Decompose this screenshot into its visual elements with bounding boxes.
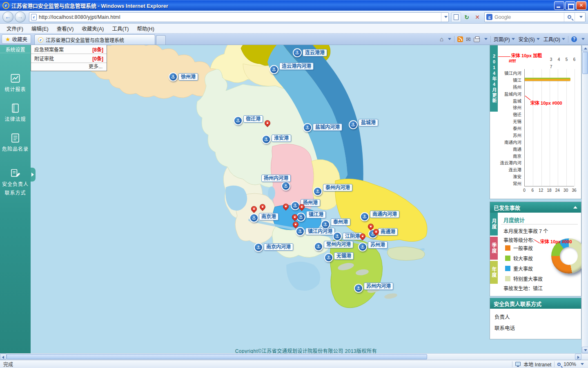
- vertical-scrollbar[interactable]: [581, 45, 588, 353]
- menu-item[interactable]: 工具(T): [108, 23, 133, 34]
- help-icon[interactable]: [571, 36, 577, 42]
- port-label[interactable]: 苏州港: [368, 241, 388, 249]
- port-label[interactable]: 扬州内河港: [261, 175, 291, 182]
- accident-pin-icon[interactable]: [293, 222, 299, 229]
- accident-tab-3[interactable]: 年度: [490, 261, 498, 284]
- port-anchor-icon[interactable]: [293, 48, 302, 57]
- port-anchor-icon[interactable]: [249, 213, 258, 222]
- scroll-right-button[interactable]: [575, 354, 581, 360]
- zoom-level[interactable]: 100%: [564, 361, 576, 367]
- sidebar-item[interactable]: 法律法规: [0, 101, 31, 124]
- mail-icon[interactable]: [466, 36, 471, 43]
- accident-tab-1[interactable]: 月度: [490, 213, 498, 236]
- port-anchor-icon[interactable]: [281, 182, 290, 191]
- refresh-button[interactable]: [462, 12, 472, 22]
- port-label[interactable]: 泰州内河港: [323, 184, 352, 191]
- port-anchor-icon[interactable]: [358, 242, 367, 251]
- zoom-dropdown-caret[interactable]: [581, 363, 584, 365]
- port-label[interactable]: 南通港: [378, 228, 398, 236]
- port-label[interactable]: 镇江内河港: [305, 228, 335, 235]
- port-anchor-icon[interactable]: [254, 243, 263, 252]
- toolbar-button[interactable]: 页面(P): [494, 36, 515, 43]
- accident-panel-header[interactable]: 已发生事故: [490, 202, 581, 213]
- accident-pin-icon[interactable]: [292, 214, 298, 222]
- port-anchor-icon[interactable]: [313, 187, 322, 196]
- port-label[interactable]: 南通内河港: [370, 211, 399, 218]
- zoom-icon[interactable]: [557, 363, 561, 366]
- toolbar-button[interactable]: 工具(O): [543, 36, 565, 43]
- port-anchor-icon[interactable]: [169, 72, 178, 81]
- forward-button[interactable]: [15, 11, 26, 22]
- accident-pin-icon[interactable]: [260, 204, 266, 212]
- port-label[interactable]: 镇江港: [306, 211, 326, 218]
- port-label[interactable]: 南京港: [259, 213, 278, 220]
- menu-item[interactable]: 文件(F): [2, 23, 27, 34]
- url-text[interactable]: http://localhost:8080/yjpt/Main.html: [39, 14, 441, 20]
- search-button[interactable]: [564, 13, 575, 22]
- url-dropdown-button[interactable]: [441, 13, 448, 22]
- accident-tab-2[interactable]: 季度: [490, 237, 498, 260]
- sidebar-item[interactable]: 危险品名录: [0, 131, 31, 154]
- menu-item[interactable]: 帮助(H): [133, 23, 158, 34]
- port-anchor-icon[interactable]: [333, 232, 342, 241]
- menu-item[interactable]: 编辑(E): [27, 23, 53, 34]
- menu-item[interactable]: 收藏夹(A): [78, 23, 108, 34]
- rss-icon[interactable]: [457, 36, 463, 42]
- port-label[interactable]: 盐城港: [359, 119, 378, 126]
- back-button[interactable]: [2, 11, 13, 22]
- print-icon[interactable]: [474, 38, 480, 42]
- port-label[interactable]: 徐州港: [178, 73, 198, 81]
- horizontal-scrollbar[interactable]: [0, 353, 588, 360]
- sidebar-item-safety-contact[interactable]: 安全负责人 联系方式: [0, 166, 31, 197]
- new-tab-button[interactable]: [156, 35, 166, 45]
- port-anchor-icon[interactable]: [314, 242, 323, 251]
- port-anchor-icon[interactable]: [303, 123, 312, 132]
- port-anchor-icon[interactable]: [349, 120, 358, 129]
- port-anchor-icon[interactable]: [360, 212, 369, 221]
- search-input[interactable]: Google: [494, 14, 564, 20]
- notice-row[interactable]: 应急预案备案[8条]: [31, 45, 107, 54]
- toolbar-button[interactable]: 安全(S): [519, 36, 540, 43]
- notice-more-link[interactable]: 更多...: [31, 63, 107, 71]
- compatibility-view-button[interactable]: [451, 12, 461, 22]
- accident-pin-icon[interactable]: [265, 120, 271, 128]
- horizontal-scroll-thumb[interactable]: [7, 354, 427, 359]
- accident-pin-icon[interactable]: [373, 229, 379, 237]
- notice-row[interactable]: 附证审批[0条]: [31, 54, 107, 63]
- accident-pin-icon[interactable]: [283, 204, 289, 211]
- accident-pin-icon[interactable]: [360, 233, 366, 241]
- minimize-button[interactable]: [554, 1, 564, 10]
- port-anchor-icon[interactable]: [234, 116, 243, 125]
- port-anchor-icon[interactable]: [270, 65, 278, 74]
- port-anchor-icon[interactable]: [291, 201, 300, 210]
- tab-main[interactable]: 江苏省港口安全监管与应急管理系统: [34, 34, 155, 45]
- port-label[interactable]: 无锡港: [334, 252, 354, 260]
- port-label[interactable]: 南京内河港: [264, 243, 293, 251]
- port-anchor-icon[interactable]: [354, 284, 363, 293]
- scroll-left-button[interactable]: [0, 354, 7, 360]
- port-label[interactable]: 泰州港: [331, 218, 350, 226]
- port-label[interactable]: 淮安港: [272, 135, 291, 142]
- accident-pin-icon[interactable]: [299, 204, 305, 212]
- close-button[interactable]: [576, 1, 586, 10]
- port-label[interactable]: 连云港内河港: [279, 63, 314, 70]
- port-anchor-icon[interactable]: [324, 253, 333, 262]
- port-label[interactable]: 常州内河港: [324, 241, 353, 248]
- stop-button[interactable]: [472, 12, 482, 22]
- favorites-button[interactable]: 收藏夹: [2, 34, 31, 44]
- port-label[interactable]: 宿迁港: [243, 115, 263, 123]
- sidebar-expand-arrow[interactable]: [31, 168, 36, 182]
- port-anchor-icon[interactable]: [262, 135, 271, 144]
- url-box[interactable]: http://localhost:8080/yjpt/Main.html: [29, 12, 449, 22]
- scroll-up-button[interactable]: [582, 45, 588, 52]
- port-label[interactable]: 连云港港: [303, 49, 327, 56]
- port-label[interactable]: 苏州内河港: [364, 283, 393, 290]
- vertical-scroll-thumb[interactable]: [582, 52, 588, 74]
- maximize-button[interactable]: [565, 1, 575, 10]
- contact-panel-header[interactable]: 安全负责人联系方式: [490, 298, 581, 309]
- sidebar-item-system-settings[interactable]: 系统设置: [0, 45, 31, 53]
- home-icon[interactable]: [440, 36, 443, 43]
- scroll-down-button[interactable]: [582, 347, 588, 353]
- search-box[interactable]: Google: [484, 12, 586, 22]
- menu-item[interactable]: 查看(V): [53, 23, 78, 34]
